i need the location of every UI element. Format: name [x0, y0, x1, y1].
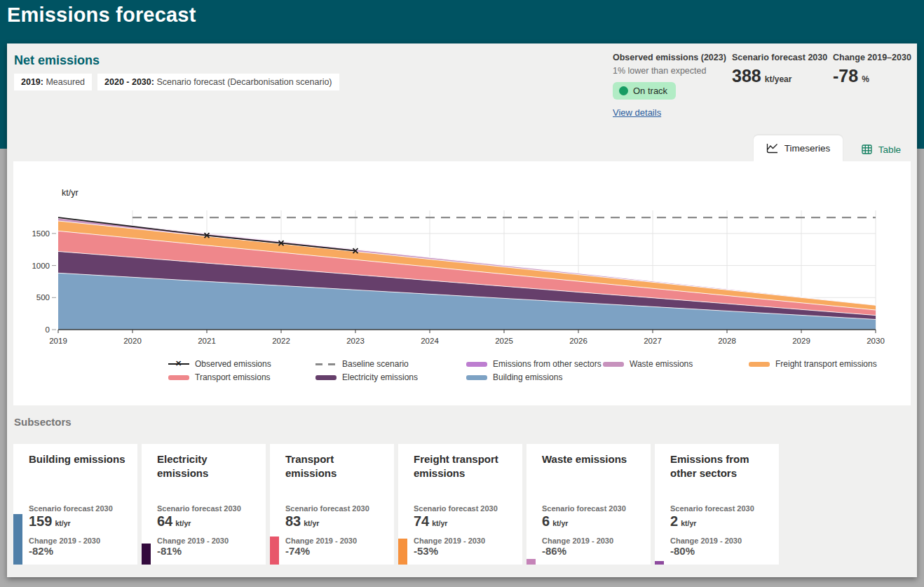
area-freight-transport-emissions: [58, 221, 876, 310]
card-change-label: Change 2019 - 2030: [29, 537, 100, 545]
subsector-card-emissions-from-other-sectors[interactable]: Emissions from other sectors Scenario fo…: [655, 444, 779, 565]
svg-text:1500: 1500: [32, 229, 50, 238]
svg-text:1000: 1000: [32, 262, 50, 270]
legend-swatch: [466, 362, 487, 367]
subsector-card-waste-emissions[interactable]: Waste emissions Scenario forecast 2030 6…: [526, 444, 651, 565]
svg-text:2024: 2024: [421, 337, 439, 345]
tab-table[interactable]: Table: [850, 137, 912, 161]
legend-swatch: [168, 375, 189, 380]
stat-label: Change 2019–2030: [833, 53, 913, 63]
card-title: Freight transport emissions: [414, 452, 512, 480]
line-chart-icon: [766, 143, 778, 154]
card-forecast-unit: kt/yr: [552, 519, 568, 527]
section-title: Net emissions: [14, 53, 100, 68]
subsector-card-building-emissions[interactable]: Building emissions Scenario forecast 203…: [13, 444, 137, 565]
legend-item-transport-emissions[interactable]: Transport emissions: [168, 372, 271, 382]
svg-text:0: 0: [46, 325, 50, 334]
legend-label: Transport emissions: [195, 372, 271, 382]
stat-scenario-forecast: Scenario forecast 2030 388 kt/year: [732, 53, 830, 85]
legend-swatch: [466, 375, 487, 380]
card-forecast-label: Scenario forecast 2030: [157, 504, 241, 513]
legend-item-waste-emissions[interactable]: Waste emissions: [603, 359, 693, 369]
subsector-cards: Building emissions Scenario forecast 203…: [13, 444, 779, 565]
legend-label: Freight transport emissions: [775, 359, 877, 369]
card-change-value: -53%: [414, 545, 438, 557]
card-accent-bar: [655, 561, 664, 565]
legend-label: Observed emissions: [195, 359, 271, 369]
card-title: Waste emissions: [542, 452, 641, 466]
legend-swatch: [603, 362, 624, 367]
line-observed-emissions: [58, 217, 355, 250]
timeseries-chart-card: kt/yr 2019202020212022202320242025202620…: [13, 161, 911, 405]
svg-text:2027: 2027: [644, 337, 662, 345]
legend-item-freight-transport-emissions[interactable]: Freight transport emissions: [749, 359, 877, 369]
legend-label: Waste emissions: [630, 359, 693, 369]
subsector-card-transport-emissions[interactable]: Transport emissions Scenario forecast 20…: [270, 444, 394, 565]
status-badge: On track: [613, 82, 676, 100]
card-change-label: Change 2019 - 2030: [157, 537, 229, 545]
period-chips: 2019: Measured 2020 - 2030: Scenario for…: [14, 74, 339, 90]
observed-marker-icon: [279, 241, 284, 245]
view-details-link[interactable]: View details: [613, 107, 661, 118]
card-forecast-label: Scenario forecast 2030: [285, 504, 369, 513]
forecast-value: 388: [732, 67, 761, 85]
svg-text:2029: 2029: [792, 337, 810, 345]
legend-item-baseline-scenario[interactable]: Baseline scenario: [315, 359, 409, 369]
card-forecast-value: 83: [285, 513, 301, 529]
tab-label: Timeseries: [784, 143, 831, 154]
observed-marker-icon: [353, 248, 358, 253]
card-forecast-label: Scenario forecast 2030: [670, 504, 754, 513]
status-dot-icon: [619, 86, 628, 95]
page: Emissions forecast Net emissions 2019: M…: [0, 0, 924, 587]
area-waste-emissions: [58, 218, 876, 305]
chip-scenario-period: 2020 - 2030: Scenario forecast (Decarbon…: [97, 74, 339, 90]
card-title: Building emissions: [29, 452, 128, 466]
area-transport-emissions: [58, 231, 876, 315]
card-accent-bar: [142, 544, 151, 565]
stat-label: Scenario forecast 2030: [732, 53, 830, 63]
status-badge-label: On track: [633, 86, 667, 96]
card-title: Electricity emissions: [157, 452, 256, 480]
card-change-label: Change 2019 - 2030: [285, 537, 357, 545]
svg-text:2023: 2023: [346, 337, 365, 345]
legend-line-x-swatch: ✕: [168, 359, 189, 369]
card-forecast-unit: kt/yr: [175, 519, 191, 527]
chip-period-text: Measured: [43, 77, 85, 87]
tab-timeseries[interactable]: Timeseries: [754, 135, 843, 161]
card-accent-bar: [270, 537, 279, 565]
card-forecast-unit: kt/yr: [681, 519, 696, 527]
stat-observed-emissions: Observed emissions (2023) 1% lower than …: [613, 53, 732, 119]
card-forecast-value: 2: [670, 513, 678, 529]
card-forecast-label: Scenario forecast 2030: [29, 504, 113, 513]
legend-item-electricity-emissions[interactable]: Electricity emissions: [315, 372, 418, 382]
observed-marker-icon: [205, 233, 210, 238]
stat-change: Change 2019–2030 -78 %: [833, 53, 913, 85]
legend-label: Building emissions: [493, 372, 562, 382]
legend-dash-swatch: [315, 359, 337, 369]
card-forecast-label: Scenario forecast 2030: [414, 504, 498, 513]
chip-period-text: Scenario forecast (Decarbonisation scena…: [154, 77, 332, 87]
card-change-value: -81%: [157, 545, 182, 557]
stat-label: Observed emissions (2023): [613, 53, 732, 63]
svg-text:500: 500: [36, 293, 50, 302]
legend-item-observed-emissions[interactable]: ✕Observed emissions: [168, 359, 271, 369]
card-forecast-value: 159: [29, 513, 52, 529]
card-accent-bar: [526, 559, 536, 565]
svg-text:2028: 2028: [718, 337, 736, 345]
legend-item-building-emissions[interactable]: Building emissions: [466, 372, 562, 382]
card-forecast-value: 64: [157, 513, 172, 529]
card-accent-bar: [13, 514, 22, 565]
subsector-card-electricity-emissions[interactable]: Electricity emissions Scenario forecast …: [142, 444, 266, 565]
card-forecast-unit: kt/yr: [55, 519, 70, 527]
svg-text:2025: 2025: [495, 337, 513, 345]
svg-text:2019: 2019: [49, 337, 67, 345]
chart-legend-row: ✕Observed emissionsBaseline scenarioEmis…: [13, 359, 911, 370]
area-electricity-emissions: [58, 251, 876, 319]
card-change-value: -82%: [29, 545, 53, 557]
subsectors-title: Subsectors: [14, 416, 72, 428]
area-building-emissions: [58, 273, 876, 330]
legend-item-emissions-from-other-sectors[interactable]: Emissions from other sectors: [466, 359, 602, 369]
card-change-value: -80%: [670, 545, 695, 557]
subsector-card-freight-transport-emissions[interactable]: Freight transport emissions Scenario for…: [398, 444, 522, 565]
card-forecast-unit: kt/yr: [432, 519, 447, 527]
